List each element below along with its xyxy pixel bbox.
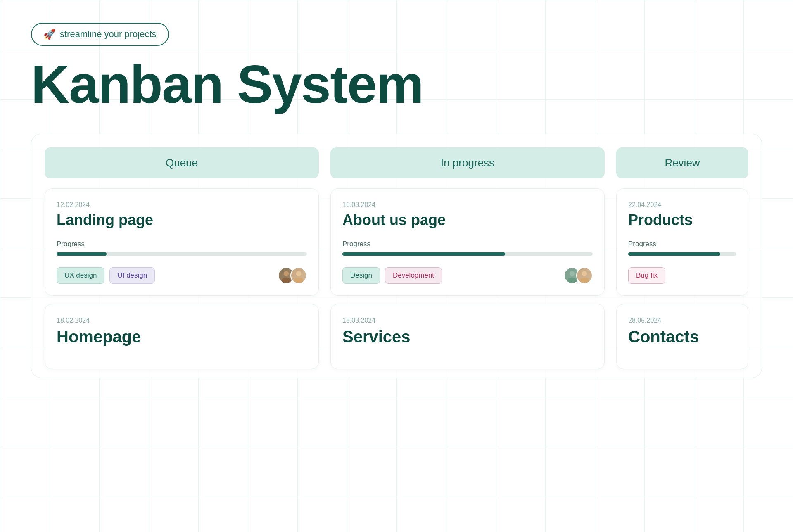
tag-development[interactable]: Development bbox=[385, 267, 442, 284]
card-date: 12.02.2024 bbox=[57, 201, 307, 209]
card-footer: Design Development bbox=[342, 267, 593, 284]
card-title: About us page bbox=[342, 212, 593, 228]
card-contacts[interactable]: 28.05.2024 Contacts bbox=[616, 304, 748, 369]
avatar-2 bbox=[290, 267, 307, 284]
column-in-progress: In progress 16.03.2024 About us page Pro… bbox=[330, 147, 605, 378]
svg-point-5 bbox=[567, 277, 577, 284]
progress-label: Progress bbox=[57, 240, 307, 248]
card-date: 22.04.2024 bbox=[628, 201, 736, 209]
progress-bar bbox=[57, 252, 307, 256]
card-title: Landing page bbox=[57, 212, 307, 228]
card-date: 28.05.2024 bbox=[628, 317, 736, 324]
column-review: Review 22.04.2024 Products Progress Bug … bbox=[616, 147, 748, 378]
column-header-review: Review bbox=[616, 147, 748, 178]
card-services[interactable]: 18.03.2024 Services bbox=[330, 304, 605, 369]
svg-point-4 bbox=[570, 271, 575, 276]
column-header-queue: Queue bbox=[45, 147, 319, 178]
card-date: 18.02.2024 bbox=[57, 317, 307, 324]
card-date: 16.03.2024 bbox=[342, 201, 593, 209]
card-title: Products bbox=[628, 212, 736, 228]
progress-bar bbox=[628, 252, 736, 256]
svg-point-1 bbox=[281, 277, 291, 284]
svg-point-2 bbox=[296, 271, 302, 276]
page-title: Kanban System bbox=[31, 57, 762, 111]
svg-point-6 bbox=[582, 271, 587, 276]
avatar-group bbox=[564, 267, 593, 284]
rocket-icon: 🚀 bbox=[43, 28, 56, 40]
svg-point-0 bbox=[284, 271, 289, 276]
tag-pill: 🚀 streamline your projects bbox=[31, 23, 169, 46]
progress-bar bbox=[342, 252, 593, 256]
card-landing-page[interactable]: 12.02.2024 Landing page Progress UX desi… bbox=[45, 188, 319, 296]
svg-point-7 bbox=[579, 277, 589, 284]
tag-design[interactable]: Design bbox=[342, 267, 380, 284]
svg-point-3 bbox=[294, 277, 303, 284]
progress-fill bbox=[628, 252, 720, 256]
progress-fill bbox=[57, 252, 107, 256]
progress-label: Progress bbox=[342, 240, 593, 248]
progress-label: Progress bbox=[628, 240, 736, 248]
progress-fill bbox=[342, 252, 505, 256]
card-date: 18.03.2024 bbox=[342, 317, 593, 324]
card-about-us[interactable]: 16.03.2024 About us page Progress Design… bbox=[330, 188, 605, 296]
column-header-in-progress: In progress bbox=[330, 147, 605, 178]
card-footer: UX design UI design bbox=[57, 267, 307, 284]
card-footer: Bug fix bbox=[628, 267, 736, 284]
tag-ux-design[interactable]: UX design bbox=[57, 267, 104, 284]
card-title: Services bbox=[342, 328, 593, 346]
tag-bug-fix[interactable]: Bug fix bbox=[628, 267, 665, 284]
tag-ui-design[interactable]: UI design bbox=[109, 267, 155, 284]
card-products[interactable]: 22.04.2024 Products Progress Bug fix bbox=[616, 188, 748, 296]
card-title: Contacts bbox=[628, 328, 736, 346]
card-title: Homepage bbox=[57, 328, 307, 346]
card-homepage[interactable]: 18.02.2024 Homepage bbox=[45, 304, 319, 369]
pill-text: streamline your projects bbox=[60, 29, 157, 40]
avatar-group bbox=[278, 267, 307, 284]
avatar-4 bbox=[576, 267, 593, 284]
column-queue: Queue 12.02.2024 Landing page Progress U… bbox=[45, 147, 319, 378]
kanban-board: Queue 12.02.2024 Landing page Progress U… bbox=[31, 134, 762, 378]
